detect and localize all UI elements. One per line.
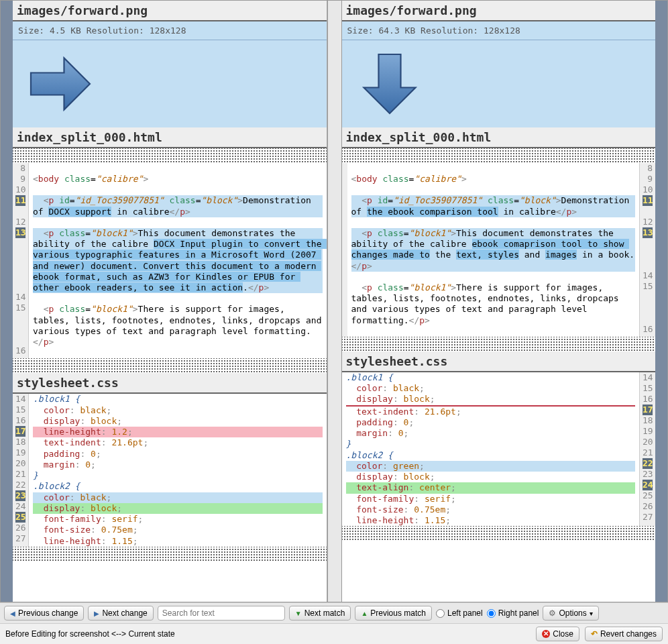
search-input[interactable]: [158, 606, 285, 621]
file-header-css-left: stylesheet.css: [13, 373, 327, 394]
image-meta-right: Size: 64.3 KB Resolution: 128x128: [342, 21, 656, 40]
arrow-right-icon: ▶: [94, 610, 99, 617]
file-header-image-right: images/forward.png: [342, 1, 656, 21]
image-preview-right: [342, 40, 656, 127]
css-code-left[interactable]: 1415161718192021222324252627 .block1 { c…: [13, 394, 327, 547]
center-gap: [327, 1, 342, 602]
css-code-right[interactable]: .block1 { color: black; display: block; …: [342, 372, 656, 527]
html-code-left[interactable]: 8910111213141516 <body class="calibre"> …: [13, 163, 327, 358]
left-panel-radio[interactable]: Left panel: [436, 608, 483, 618]
separator: [342, 148, 656, 163]
arrow-down-icon: [353, 47, 427, 121]
chevron-down-icon: ▾: [590, 610, 593, 617]
right-panel: images/forward.png Size: 64.3 KB Resolut…: [342, 1, 656, 602]
prev-change-button[interactable]: ◀Previous change: [4, 606, 84, 621]
separator: [13, 358, 327, 373]
file-header-html-right: index_split_000.html: [342, 127, 656, 148]
separator: [342, 526, 656, 541]
file-header-css-right: stylesheet.css: [342, 352, 656, 372]
html-code-right[interactable]: <body class="calibre"> <p id="id_Toc3590…: [342, 163, 656, 337]
close-button[interactable]: ✕Close: [536, 627, 579, 641]
next-change-button[interactable]: ▶Next change: [88, 606, 153, 621]
next-match-button[interactable]: ▼Next match: [289, 606, 351, 621]
gear-icon: ⚙: [549, 608, 556, 618]
arrow-left-icon: ◀: [10, 610, 15, 617]
scrollbar-right[interactable]: [655, 1, 667, 602]
arrow-right-icon: [23, 47, 97, 121]
left-panel: images/forward.png Size: 4.5 KB Resoluti…: [13, 1, 327, 602]
toolbar: ◀Previous change ▶Next change ▼Next matc…: [0, 602, 668, 623]
image-meta-left: Size: 4.5 KB Resolution: 128x128: [13, 21, 327, 40]
separator: [13, 547, 327, 561]
triangle-down-icon: ▼: [295, 610, 302, 617]
file-header-html-left: index_split_000.html: [13, 127, 327, 148]
options-button[interactable]: ⚙Options▾: [543, 606, 598, 621]
undo-icon: ↶: [591, 629, 598, 639]
file-header-image-left: images/forward.png: [13, 1, 327, 21]
separator: [13, 148, 327, 163]
diff-container: images/forward.png Size: 4.5 KB Resoluti…: [0, 0, 668, 602]
prev-match-button[interactable]: ▲Previous match: [355, 606, 432, 621]
separator: [342, 337, 656, 352]
right-panel-radio[interactable]: Right panel: [487, 608, 539, 618]
scrollbar-left[interactable]: [1, 1, 13, 602]
revert-button[interactable]: ↶Revert changes: [585, 627, 663, 641]
image-preview-left: [13, 40, 327, 127]
statusbar: Before Editing for screenshot <--> Curre…: [0, 623, 668, 644]
close-icon: ✕: [542, 630, 550, 638]
status-text: Before Editing for screenshot <--> Curre…: [5, 629, 175, 639]
triangle-up-icon: ▲: [361, 610, 368, 617]
